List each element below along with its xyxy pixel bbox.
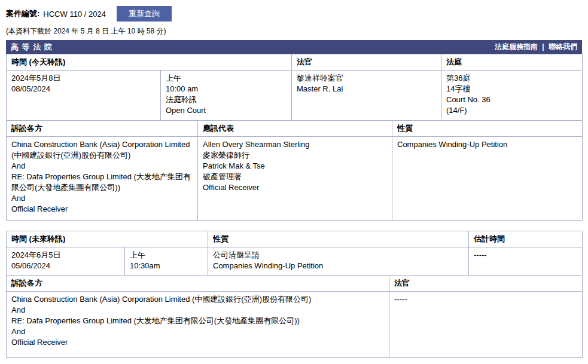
today-parties-data-row: China Construction Bank (Asia) Corporati… xyxy=(7,137,583,221)
today-parties-header: 訴訟各方 xyxy=(7,121,198,137)
future-judge-header: 法官 xyxy=(389,276,583,292)
today-court-header: 法庭 xyxy=(441,54,583,71)
link-separator: | xyxy=(542,42,544,51)
today-parties-header-row: 訴訟各方 應訊代表 性質 xyxy=(7,121,583,137)
future-nature-cell: 公司清盤呈請 Companies Winding-Up Petition xyxy=(208,247,469,276)
future-hearing-time-table: 時間 (未來聆訊) 性質 估計時間 2024年6月5日 05/06/2024 上… xyxy=(6,231,583,276)
future-data-row: 2024年6月5日 05/06/2024 上午 10:30am 公司清盤呈請 C… xyxy=(7,247,583,276)
future-header-row: 時間 (未來聆訊) 性質 估計時間 xyxy=(7,231,583,247)
today-parties-cell: China Construction Bank (Asia) Corporati… xyxy=(7,137,198,221)
future-estimated-cell: ----- xyxy=(469,247,583,276)
future-hearing-parties-table: 訴訟各方 法官 China Construction Bank (Asia) C… xyxy=(6,275,583,358)
page: 案件編號: HCCW 110 / 2024 重新查詢 (本資料下載於 2024 … xyxy=(0,0,588,363)
case-number-value: HCCW 110 / 2024 xyxy=(43,10,106,19)
today-data-row: 2024年5月8日 08/05/2024 上午 10:00 am 法庭聆訊 Op… xyxy=(7,71,583,121)
court-services-guide-link[interactable]: 法庭服務指南 xyxy=(495,42,538,51)
future-session-cell: 上午 10:30am xyxy=(125,247,208,276)
future-time-header: 時間 (未來聆訊) xyxy=(7,231,208,247)
today-nature-cell: Companies Winding-Up Petition xyxy=(392,137,583,221)
today-nature-header: 性質 xyxy=(392,121,583,137)
download-note: (本資料下載於 2024 年 5 月 8 日 上午 10 時 58 分) xyxy=(6,27,582,35)
future-judge-cell: ----- xyxy=(389,292,583,358)
today-judge-header: 法官 xyxy=(292,54,441,71)
future-parties-data-row: China Construction Bank (Asia) Corporati… xyxy=(7,292,583,358)
future-date-cell: 2024年6月5日 05/06/2024 xyxy=(7,247,125,276)
future-nature-header: 性質 xyxy=(208,231,469,247)
today-session-cell: 上午 10:00 am 法庭聆訊 Open Court xyxy=(161,71,292,121)
future-parties-cell: China Construction Bank (Asia) Corporati… xyxy=(7,292,389,358)
court-title: 高 等 法 院 xyxy=(11,42,53,53)
court-banner: 高 等 法 院 法庭服務指南 | 聯絡我們 xyxy=(6,40,582,54)
future-parties-header: 訴訟各方 xyxy=(7,276,389,292)
banner-links: 法庭服務指南 | 聯絡我們 xyxy=(495,42,577,52)
today-court-cell: 第36庭 14字樓 Court No. 36 (14/F) xyxy=(441,71,583,121)
contact-us-link[interactable]: 聯絡我們 xyxy=(549,42,577,51)
today-representatives-header: 應訊代表 xyxy=(198,121,392,137)
requery-button[interactable]: 重新查詢 xyxy=(117,6,172,22)
today-date-cell: 2024年5月8日 08/05/2024 xyxy=(7,71,161,121)
case-number-label: 案件編號: xyxy=(6,8,39,19)
today-hearing-time-table: 時間 (今天聆訊) 法官 法庭 2024年5月8日 08/05/2024 上午 … xyxy=(6,54,583,121)
today-time-header: 時間 (今天聆訊) xyxy=(7,54,292,71)
today-hearing-parties-table: 訴訟各方 應訊代表 性質 China Construction Bank (As… xyxy=(6,120,583,221)
today-judge-cell: 黎達祥聆案官 Master R. Lai xyxy=(292,71,441,121)
case-number-row: 案件編號: HCCW 110 / 2024 重新查詢 xyxy=(6,6,582,22)
future-estimated-header: 估計時間 xyxy=(469,231,583,247)
future-parties-header-row: 訴訟各方 法官 xyxy=(7,276,583,292)
today-representatives-cell: Allen Overy Shearman Sterling 麥家榮律師行 Pat… xyxy=(198,137,392,221)
today-header-row: 時間 (今天聆訊) 法官 法庭 xyxy=(7,54,583,71)
